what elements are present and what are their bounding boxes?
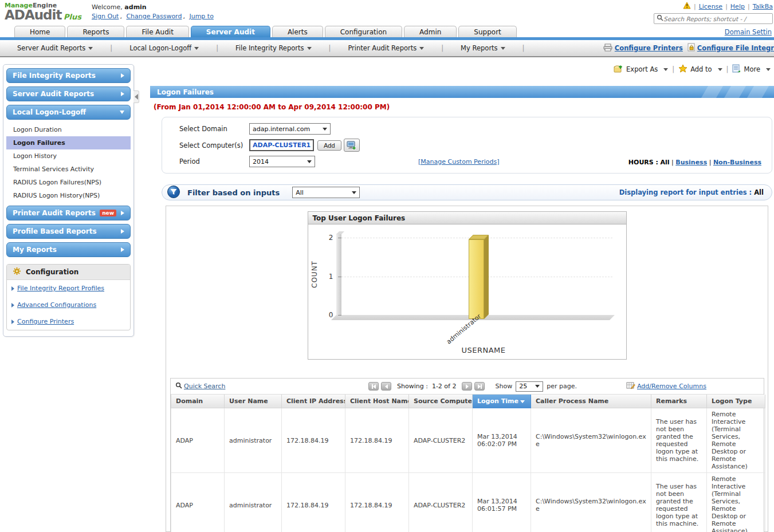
gear-icon — [13, 267, 21, 277]
chevron-right-icon — [11, 320, 14, 324]
cell-domain: ADAP — [171, 408, 225, 473]
hours-label: HOURS : — [628, 159, 658, 166]
logon-failures-chart: Top User Logon Failures COUNT 2 1 0 admi… — [308, 211, 627, 360]
tab-admin[interactable]: Admin — [404, 26, 457, 37]
cell-user: administrator — [225, 473, 282, 532]
config-link-advanced-configurations[interactable]: Advanced Configurations — [7, 297, 130, 313]
help-link[interactable]: Help — [730, 3, 745, 10]
sign-out-link[interactable]: Sign Out — [92, 13, 119, 20]
cell-user: administrator — [225, 408, 282, 473]
subnav-local-logon-logoff[interactable]: Local Logon-Logoff — [112, 44, 216, 52]
subnav-printer-audit-reports[interactable]: Printer Audit Reports — [331, 44, 441, 52]
manage-custom-periods-link[interactable]: [Manage Custom Periods] — [418, 158, 499, 165]
welcome-block: Welcome, admin Sign Out, Change Password… — [86, 0, 215, 26]
sidebar-group-file-integrity-reports[interactable]: File Integrity Reports — [6, 68, 131, 83]
show-label: Show — [495, 383, 512, 390]
col-client-ip[interactable]: Client IP Address — [282, 395, 345, 408]
search-box[interactable] — [654, 13, 773, 24]
new-badge: new — [100, 210, 116, 216]
col-logon-time[interactable]: Logon Time — [473, 395, 531, 408]
subnav-file-integrity-reports[interactable]: File Integrity Reports — [218, 44, 328, 52]
select-computer-icon-button[interactable] — [344, 139, 360, 152]
sidebar-item-radius-logon-history[interactable]: RADIUS Logon History(NPS) — [6, 189, 131, 202]
last-page-button[interactable] — [474, 382, 485, 391]
configuration-title: Configuration — [26, 268, 78, 276]
sidebar-group-server-audit-reports[interactable]: Server Audit Reports — [6, 86, 131, 101]
document-icon — [732, 64, 741, 74]
configure-file-integrity-link[interactable]: Configure File Integr — [687, 43, 774, 53]
talkback-link[interactable]: TalkBa — [753, 3, 773, 10]
chevron-down-icon — [120, 111, 124, 114]
tab-alerts[interactable]: Alerts — [272, 26, 323, 37]
license-link[interactable]: License — [699, 3, 722, 10]
chevron-right-icon — [121, 247, 124, 252]
more-button[interactable]: More — [732, 64, 771, 74]
search-input[interactable] — [663, 15, 767, 22]
cell-logon-time: Mar 13,2014 06:02:07 PM — [473, 408, 531, 473]
prev-page-button[interactable] — [381, 382, 391, 391]
username: admin — [124, 3, 146, 11]
sidebar: File Integrity Reports Server Audit Repo… — [3, 64, 134, 337]
tab-file-audit[interactable]: File Audit — [126, 26, 188, 37]
sidebar-item-radius-logon-failures[interactable]: RADIUS Logon Failures(NPS) — [6, 176, 131, 189]
sidebar-item-logon-duration[interactable]: Logon Duration — [6, 123, 131, 136]
chart-y-axis-label: COUNT — [311, 254, 319, 294]
add-remove-columns-link[interactable]: Add/Remove Columns — [626, 382, 706, 391]
sidebar-collapse-handle[interactable] — [133, 90, 139, 103]
period-select[interactable]: 2014 — [249, 156, 315, 167]
logon-failures-table: Domain User Name Client IP Address Clien… — [171, 395, 765, 532]
col-user-name[interactable]: User Name — [225, 395, 282, 408]
product-name: ADAudit — [5, 7, 61, 22]
hours-business-link[interactable]: Business — [675, 159, 707, 166]
quick-search[interactable]: Quick Search — [175, 382, 367, 391]
filter-select[interactable]: All — [292, 187, 360, 198]
col-logon-type[interactable]: Logon Type — [707, 395, 765, 408]
tab-home[interactable]: Home — [14, 26, 65, 37]
config-link-file-integrity-report-profiles[interactable]: File Integrity Report Profiles — [7, 280, 130, 297]
computers-input[interactable] — [249, 139, 314, 151]
star-icon — [678, 64, 687, 74]
search-icon — [657, 14, 663, 23]
jump-to-link[interactable]: Jump to — [189, 13, 213, 20]
bar-administrator-side — [484, 235, 489, 319]
change-password-link[interactable]: Change Password — [126, 13, 182, 20]
domain-settings-link[interactable]: Domain Settin — [725, 28, 772, 36]
sidebar-item-logon-history[interactable]: Logon History — [6, 149, 131, 163]
col-source-computer[interactable]: Source Computer — [409, 395, 473, 408]
col-caller-process[interactable]: Caller Process Name — [531, 395, 651, 408]
export-as-button[interactable]: Export As — [614, 64, 668, 74]
export-icon — [614, 64, 623, 74]
col-remarks[interactable]: Remarks — [651, 395, 707, 408]
tab-server-audit[interactable]: Server Audit — [191, 26, 270, 37]
chevron-down-icon — [352, 191, 356, 194]
page-size-select[interactable]: 25 — [516, 381, 543, 392]
next-page-button[interactable] — [462, 382, 472, 391]
hours-non-business-link[interactable]: Non-Business — [713, 159, 761, 166]
config-link-configure-printers[interactable]: Configure Printers — [7, 313, 130, 330]
tab-support[interactable]: Support — [458, 26, 516, 37]
sidebar-item-logon-failures[interactable]: Logon Failures — [6, 136, 131, 149]
sidebar-group-my-reports[interactable]: My Reports — [6, 242, 131, 257]
warning-icon[interactable]: ! — [683, 2, 691, 11]
sidebar-group-local-logon-logoff[interactable]: Local Logon-Logoff — [6, 105, 131, 120]
add-button[interactable]: Add — [317, 140, 341, 151]
report-input-form: Select Domain adap.internal.com Select C… — [162, 117, 772, 174]
col-domain[interactable]: Domain — [171, 395, 225, 408]
chevron-down-icon — [307, 160, 312, 163]
sidebar-group-profile-based-reports[interactable]: Profile Based Reports — [6, 224, 131, 239]
tab-configuration[interactable]: Configuration — [325, 26, 402, 37]
tab-reports[interactable]: Reports — [67, 26, 124, 37]
domain-select[interactable]: adap.internal.com — [249, 123, 331, 135]
file-lock-icon — [687, 43, 695, 53]
first-page-button[interactable] — [368, 382, 379, 391]
configure-printers-link[interactable]: Configure Printers — [603, 44, 683, 53]
add-to-button[interactable]: Add to — [678, 64, 722, 74]
table-header-row: Domain User Name Client IP Address Clien… — [171, 395, 765, 408]
sidebar-group-printer-audit-reports[interactable]: Printer Audit Reportsnew — [6, 206, 131, 220]
sidebar-item-terminal-services-activity[interactable]: Terminal Services Activity — [6, 163, 131, 176]
y-tick-0: 0 — [323, 311, 333, 319]
per-page-label: per page. — [547, 383, 577, 390]
col-client-host[interactable]: Client Host Name — [345, 395, 409, 408]
subnav-my-reports[interactable]: My Reports — [443, 44, 522, 52]
subnav-server-audit-reports[interactable]: Server Audit Reports — [0, 44, 110, 52]
